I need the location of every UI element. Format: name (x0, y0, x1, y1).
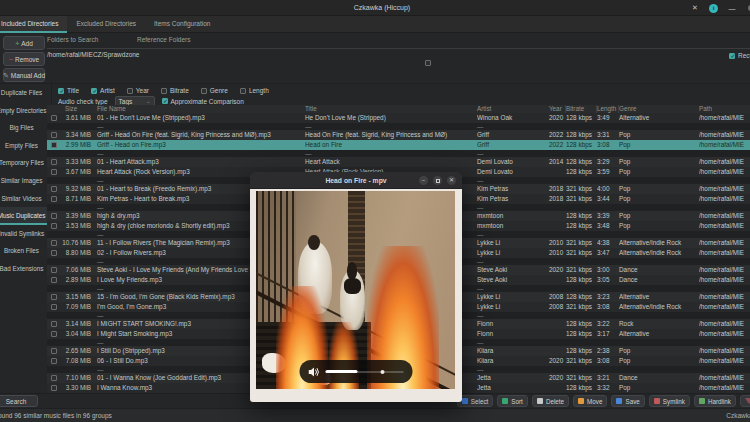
video-area[interactable] (256, 191, 455, 389)
close-button[interactable] (746, 3, 750, 13)
reference-folder-checkbox[interactable] (425, 60, 431, 66)
recursive-checkbox[interactable] (729, 53, 735, 59)
column-header-length[interactable]: Length (597, 105, 619, 113)
hardlink-button[interactable]: Hardlink (694, 395, 736, 407)
row-checkbox[interactable] (51, 196, 57, 202)
column-header-path[interactable]: Path (699, 105, 750, 113)
folders-to-search-header[interactable]: Folders to Search (47, 36, 137, 46)
search-button[interactable]: Search (0, 395, 38, 407)
column-header-size[interactable]: Size (61, 105, 97, 113)
row-checkbox[interactable] (51, 277, 57, 283)
tab-items-configuration[interactable]: Items Configuration (145, 16, 219, 33)
status-text: Found 96 similar music files in 96 group… (0, 409, 112, 422)
tab-included-directories[interactable]: Included Directories (0, 16, 67, 33)
move-button[interactable]: Move (573, 395, 607, 407)
remove-directory-button[interactable]: −Remove (3, 52, 45, 66)
column-header-year[interactable]: Year (549, 105, 566, 113)
sidebar-item-duplicate-files[interactable]: Duplicate Files (0, 84, 51, 102)
title-checkbox[interactable] (58, 88, 64, 94)
row-checkbox[interactable] (51, 240, 57, 246)
save-button[interactable]: Save (611, 395, 644, 407)
cell-length: 3:44 (597, 194, 619, 204)
cell-artist: Lykke Li (477, 238, 549, 248)
cell-path: /home/rafal/MIE (699, 194, 750, 204)
row-checkbox[interactable] (51, 223, 57, 229)
cell-bitrate: 128 kbps (566, 275, 597, 285)
tab-excluded-directories[interactable]: Excluded Directories (67, 16, 145, 33)
row-checkbox[interactable] (51, 132, 57, 138)
cell-size: 2.65 MiB (61, 346, 97, 356)
bitrate-checkbox[interactable] (161, 88, 167, 94)
column-header-bitrate[interactable]: Bitrate (566, 105, 597, 113)
cell-year: 2020 (549, 113, 566, 123)
cell-size: 3.15 MiB (61, 292, 97, 302)
length-checkbox[interactable] (240, 88, 246, 94)
sidebar-item-music-duplicates[interactable]: Music Duplicates (0, 207, 51, 225)
mpv-close-button[interactable]: ✕ (447, 176, 456, 185)
sidebar-item-invalid-symlinks[interactable]: Invalid Symlinks (0, 225, 51, 243)
sidebar-item-empty-directories[interactable]: Empty Directories (0, 102, 51, 120)
column-header-checkbox[interactable] (47, 105, 61, 113)
volume-slider[interactable] (325, 371, 403, 373)
row-checkbox[interactable] (51, 358, 57, 364)
row-checkbox[interactable] (51, 186, 57, 192)
mpv-titlebar[interactable]: Head on Fire - mpv − ✕ (250, 172, 462, 189)
filter-button[interactable] (740, 395, 750, 407)
cell-path: /home/rafal/MIE (699, 346, 750, 356)
sidebar-item-similar-videos[interactable]: Similar Videos (0, 190, 51, 208)
column-header-genre[interactable]: Genre (619, 105, 699, 113)
cell-year (549, 383, 566, 393)
row-checkbox[interactable] (51, 294, 57, 300)
approximate-comparison-checkbox[interactable] (162, 98, 168, 104)
row-checkbox[interactable] (51, 321, 57, 327)
cell-artist: mxmtoon (477, 221, 549, 231)
sidebar-item-temporary-files[interactable]: Temporary Files (0, 154, 51, 172)
column-header-file-name[interactable]: File Name (97, 105, 305, 113)
column-header-title[interactable]: Title (305, 105, 477, 113)
add-directory-button[interactable]: +Add (3, 36, 45, 50)
search-path-row[interactable]: /home/rafal/MIECZ/Sprawdzone (47, 51, 139, 58)
year-checkbox[interactable] (127, 88, 133, 94)
sidebar-item-broken-files[interactable]: Broken Files (0, 242, 51, 260)
column-header-artist[interactable]: Artist (477, 105, 549, 113)
row-checkbox[interactable] (51, 250, 57, 256)
select-button[interactable]: Select (457, 395, 494, 407)
cell-year: 2008 (549, 292, 566, 302)
reference-folders-header[interactable]: Reference Folders (137, 36, 190, 46)
mpv-minimize-button[interactable]: − (419, 176, 428, 185)
table-row[interactable]: 3.33 MiB01 - Heart Attack.mp3Heart Attac… (47, 157, 750, 167)
cell-length: 3:08 (597, 140, 619, 150)
symlink-button[interactable]: Symlink (649, 395, 690, 407)
settings-icon[interactable]: ✕ (690, 3, 700, 13)
mpv-maximize-button[interactable] (433, 176, 442, 185)
sidebar-item-bad-extensions[interactable]: Bad Extensions (0, 260, 51, 278)
row-checkbox[interactable] (51, 142, 57, 148)
artist-checkbox[interactable] (91, 88, 97, 94)
table-row[interactable]: 3.61 MiB01 - He Don't Love Me (Stripped)… (47, 113, 750, 123)
genre-checkbox[interactable] (201, 88, 207, 94)
row-checkbox[interactable] (51, 169, 57, 175)
about-icon[interactable]: i (709, 4, 718, 13)
sidebar-item-similar-images[interactable]: Similar Images (0, 172, 51, 190)
row-checkbox[interactable] (51, 385, 57, 391)
cell-title: Head on Fire (305, 140, 477, 150)
cell-length: 3:32 (597, 383, 619, 393)
row-checkbox[interactable] (51, 159, 57, 165)
row-checkbox[interactable] (51, 348, 57, 354)
table-row[interactable]: 3.34 MiBGriff - Head On Fire (feat. Sigr… (47, 130, 750, 140)
minimize-button[interactable]: — (727, 3, 737, 13)
row-checkbox[interactable] (51, 304, 57, 310)
row-checkbox[interactable] (51, 115, 57, 121)
sidebar-item-big-files[interactable]: Big Files (0, 119, 51, 137)
table-row[interactable]: 2.99 MiBGriff - Head on Fire.mp3Head on … (47, 140, 750, 150)
manual-add-button[interactable]: ✎Manual Add (3, 68, 45, 82)
sort-button[interactable]: Sort (497, 395, 528, 407)
row-checkbox[interactable] (51, 267, 57, 273)
cell-length: 2:38 (597, 346, 619, 356)
cell-file: 01 - He Don't Love Me (Stripped).mp3 (97, 113, 305, 123)
row-checkbox[interactable] (51, 213, 57, 219)
row-checkbox[interactable] (51, 331, 57, 337)
sidebar-item-empty-files[interactable]: Empty Files (0, 137, 51, 155)
row-checkbox[interactable] (51, 375, 57, 381)
delete-button[interactable]: Delete (532, 395, 569, 407)
